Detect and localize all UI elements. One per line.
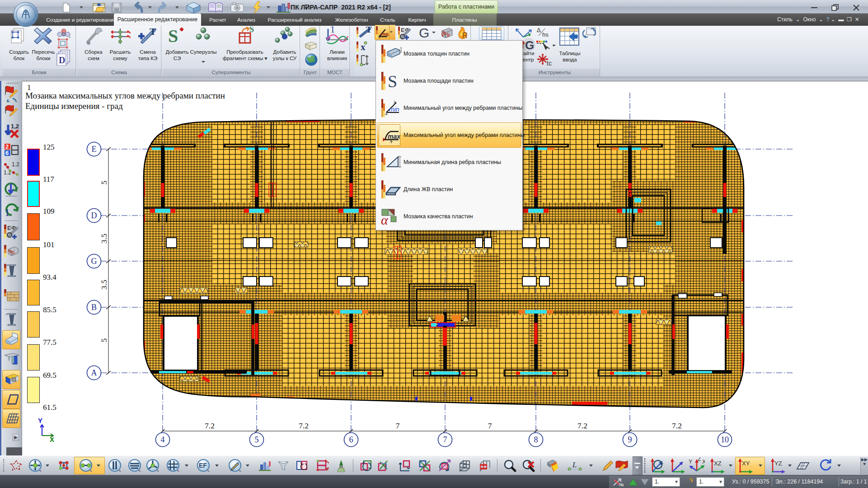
svg-text:4: 4 <box>161 435 165 444</box>
svg-text:7.2: 7.2 <box>299 421 309 430</box>
svg-text:6: 6 <box>349 435 353 444</box>
svg-text:7.2: 7.2 <box>205 421 215 430</box>
svg-text:3.5: 3.5 <box>99 280 108 290</box>
svg-text:E: E <box>92 145 97 154</box>
svg-text:5: 5 <box>99 338 108 342</box>
svg-text:S: S <box>388 72 397 91</box>
svg-text:X: X <box>50 436 54 443</box>
svg-text:G: G <box>91 257 97 266</box>
svg-text:7: 7 <box>488 421 492 430</box>
svg-text:7: 7 <box>443 435 447 444</box>
svg-text:9: 9 <box>628 435 632 444</box>
svg-text:α: α <box>381 212 389 226</box>
svg-text:min: min <box>389 106 399 113</box>
svg-text:7.2: 7.2 <box>577 421 587 430</box>
svg-text:D: D <box>91 211 97 220</box>
svg-text:Y: Y <box>38 417 42 424</box>
svg-text:10: 10 <box>721 435 729 444</box>
svg-text:B: B <box>91 303 97 312</box>
svg-text:A: A <box>91 368 97 377</box>
svg-text:5: 5 <box>99 180 108 184</box>
svg-text:max: max <box>388 133 400 140</box>
svg-text:7: 7 <box>396 421 400 430</box>
svg-text:7.2: 7.2 <box>672 421 682 430</box>
svg-text:5: 5 <box>255 435 259 444</box>
svg-text:3.5: 3.5 <box>99 234 108 244</box>
svg-text:8: 8 <box>534 435 538 444</box>
